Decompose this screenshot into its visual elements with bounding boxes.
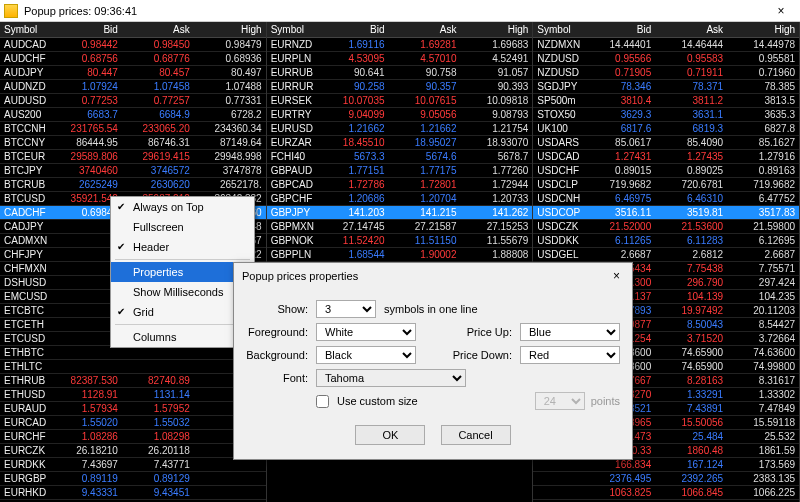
table-row[interactable]: NZDMXN14.4440114.4644414.44978: [533, 38, 799, 52]
menu-item[interactable]: ✔Header: [111, 237, 254, 257]
table-row[interactable]: USDCZK21.5200021.5360021.59800: [533, 220, 799, 234]
show-suffix: symbols in one line: [384, 303, 478, 315]
table-row[interactable]: FCHI405673.35674.65678.7: [267, 150, 533, 164]
table-row[interactable]: USDCLP719.9682720.6781719.9682: [533, 178, 799, 192]
table-row[interactable]: EURCHF1.082861.08298: [0, 430, 266, 444]
pricedown-label: Price Down:: [450, 349, 520, 361]
table-row[interactable]: BTCEUR29589.80629619.41529948.998: [0, 150, 266, 164]
show-select[interactable]: 3: [316, 300, 376, 318]
title-bar: Popup prices: 09:36:41 ×: [0, 0, 800, 22]
menu-item[interactable]: Fullscreen: [111, 217, 254, 237]
table-row[interactable]: BTCCNY86444.9586746.3187149.64: [0, 136, 266, 150]
table-row[interactable]: GBPJPY141.203141.215141.262: [267, 206, 533, 220]
table-row[interactable]: AUDJPY80.44780.45780.497: [0, 66, 266, 80]
table-row[interactable]: USDCNH6.469756.463106.47752: [533, 192, 799, 206]
table-row[interactable]: EURCAD1.550201.55032: [0, 416, 266, 430]
table-row[interactable]: AUDCHF0.687560.687760.68936: [0, 52, 266, 66]
table-row[interactable]: AUDCAD0.984420.984500.98479: [0, 38, 266, 52]
table-row[interactable]: BTCRUB262524926306202652178.: [0, 178, 266, 192]
table-row[interactable]: EURSEK10.0703510.0761510.09818: [267, 94, 533, 108]
table-row[interactable]: USDGEL2.66872.68122.6687: [533, 248, 799, 262]
table-row[interactable]: SGDJPY78.34678.37178.385: [533, 80, 799, 94]
table-row[interactable]: UK1006817.66819.36827.8: [533, 122, 799, 136]
table-row[interactable]: 1063.8251066.8451066.225: [533, 486, 799, 500]
table-row[interactable]: EURUSD1.216621.216621.21754: [267, 122, 533, 136]
points-label: points: [591, 395, 620, 407]
table-row[interactable]: EURTRY9.040999.050569.08793: [267, 108, 533, 122]
table-row[interactable]: ETHUSD1128.911131.14: [0, 388, 266, 402]
show-label: Show:: [246, 303, 316, 315]
dialog-title: Popup prices properties: [242, 270, 609, 282]
table-row[interactable]: GBPCHF1.206861.207041.20733: [267, 192, 533, 206]
table-row[interactable]: 2376.4952392.2652383.135: [533, 472, 799, 486]
table-row[interactable]: ETHRUB82387.53082740.89: [0, 374, 266, 388]
table-row[interactable]: USDARS85.061785.409085.1627: [533, 136, 799, 150]
table-row[interactable]: AUDUSD0.772530.772570.77331: [0, 94, 266, 108]
window-title: Popup prices: 09:36:41: [24, 5, 766, 17]
dialog-close-icon[interactable]: ×: [609, 269, 624, 283]
table-row[interactable]: EURGBP0.891190.89129: [0, 472, 266, 486]
priceup-label: Price Up:: [450, 326, 520, 338]
table-row[interactable]: EURCZK26.1821026.20118: [0, 444, 266, 458]
table-row[interactable]: GBPNOK11.5242011.5115011.55679: [267, 234, 533, 248]
table-row[interactable]: USDDKK6.112656.112836.12695: [533, 234, 799, 248]
table-row[interactable]: AUS2006683.76684.96728.2: [0, 108, 266, 122]
font-select[interactable]: Tahoma: [316, 369, 466, 387]
pricedown-select[interactable]: Red: [520, 346, 620, 364]
foreground-label: Foreground:: [246, 326, 316, 338]
table-row[interactable]: GBPPLN1.685441.900021.88808: [267, 248, 533, 262]
menu-item[interactable]: ✔Always on Top: [111, 197, 254, 217]
table-row[interactable]: USDCOP3516.113519.813517.83: [533, 206, 799, 220]
table-row[interactable]: NZDUSD0.955660.955830.95581: [533, 52, 799, 66]
background-label: Background:: [246, 349, 316, 361]
table-row[interactable]: GBPCAD1.727861.728011.72944: [267, 178, 533, 192]
font-label: Font:: [246, 372, 316, 384]
table-row[interactable]: ETHLTC: [0, 360, 266, 374]
table-row[interactable]: EURPLN4.530954.570104.52491: [267, 52, 533, 66]
close-icon[interactable]: ×: [766, 4, 796, 18]
table-row[interactable]: EURAUD1.579341.57952: [0, 402, 266, 416]
custom-size-checkbox[interactable]: [316, 395, 329, 408]
ok-button[interactable]: OK: [355, 425, 425, 445]
priceup-select[interactable]: Blue: [520, 323, 620, 341]
table-row[interactable]: GBPMXN27.1474527.2158727.15253: [267, 220, 533, 234]
table-row[interactable]: EURDKK7.436977.43771: [0, 458, 266, 472]
custom-size-select[interactable]: 24: [535, 392, 585, 410]
cancel-button[interactable]: Cancel: [441, 425, 511, 445]
table-row[interactable]: BTCJPY374046037465723747878: [0, 164, 266, 178]
table-row[interactable]: EURHKD9.433319.43451: [0, 486, 266, 500]
app-icon: [4, 4, 18, 18]
table-row[interactable]: STOX503629.33631.13635.3: [533, 108, 799, 122]
custom-size-label: Use custom size: [337, 395, 418, 407]
dialog-titlebar: Popup prices properties ×: [234, 263, 632, 289]
table-row[interactable]: EURNZD1.691161.692811.69683: [267, 38, 533, 52]
table-row[interactable]: EURRUR90.25890.35790.393: [267, 80, 533, 94]
table-row[interactable]: EURRUB90.64190.75891.057: [267, 66, 533, 80]
table-row[interactable]: EURZAR18.4551018.9502718.93070: [267, 136, 533, 150]
table-row[interactable]: GBPAUD1.771511.771751.77260: [267, 164, 533, 178]
background-select[interactable]: Black: [316, 346, 416, 364]
table-row[interactable]: USDCAD1.274311.274351.27916: [533, 150, 799, 164]
properties-dialog: Popup prices properties × Show: 3 symbol…: [233, 262, 633, 460]
table-row[interactable]: USDCHF0.890150.890250.89163: [533, 164, 799, 178]
table-row[interactable]: AUDNZD1.079241.074581.07488: [0, 80, 266, 94]
foreground-select[interactable]: White: [316, 323, 416, 341]
table-row[interactable]: NZDUSD0.719050.719110.71960: [533, 66, 799, 80]
table-row[interactable]: SP500m3810.43811.23813.5: [533, 94, 799, 108]
table-row[interactable]: BTCCNH231765.54233065.20234360.34: [0, 122, 266, 136]
